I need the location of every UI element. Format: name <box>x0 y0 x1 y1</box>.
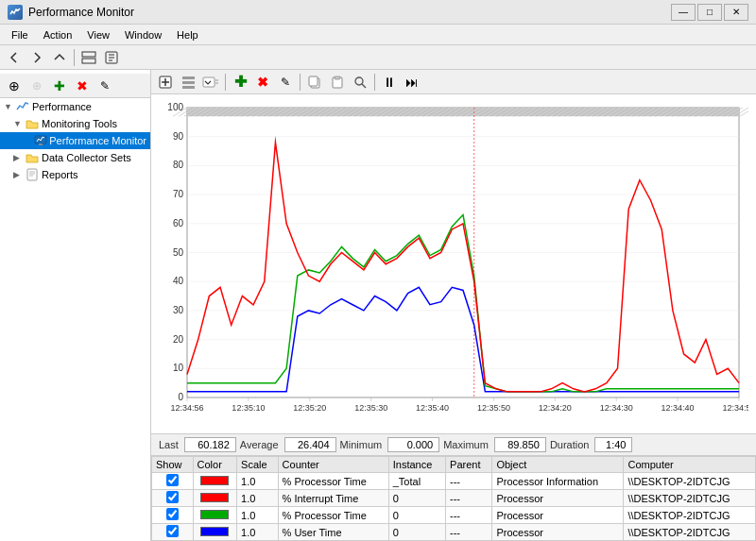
tree-item-label: Monitoring Tools <box>42 118 117 129</box>
performance-icon <box>15 100 30 113</box>
tree-item-data-collector[interactable]: ▶ Data Collector Sets <box>0 149 150 166</box>
menu-help[interactable]: Help <box>169 27 206 42</box>
row-color <box>193 507 237 524</box>
reports-icon <box>25 168 40 181</box>
row-scale: 1.0 <box>237 490 279 507</box>
chart-btn-new[interactable] <box>155 73 176 92</box>
min-value: 0.000 <box>387 437 439 452</box>
show-checkbox[interactable] <box>166 508 179 520</box>
chart-btn-copy[interactable] <box>304 73 325 92</box>
duration-label: Duration <box>550 439 590 450</box>
close-button[interactable]: ✕ <box>724 4 748 21</box>
row-computer: \\DESKTOP-2IDTCJG <box>624 473 756 490</box>
chart-btn-dropdown[interactable] <box>200 73 221 92</box>
chart-btn-stop[interactable]: ⏭ <box>402 73 422 92</box>
menu-action[interactable]: Action <box>36 27 80 42</box>
collector-icon <box>25 151 40 164</box>
toolbar-properties-btn[interactable] <box>101 48 122 67</box>
table-row[interactable]: 1.0 % Processor Time _Total --- Processo… <box>152 473 756 490</box>
tree-item-label: Performance Monitor <box>49 135 146 146</box>
toolbar-back-btn[interactable] <box>4 48 25 67</box>
show-checkbox[interactable] <box>166 474 179 486</box>
row-color <box>193 490 237 507</box>
row-scale: 1.0 <box>237 507 279 524</box>
chart-area <box>151 94 756 433</box>
chart-btn-add[interactable]: ✚ <box>230 73 250 92</box>
col-parent: Parent <box>446 457 492 473</box>
toolbar-sep-1 <box>74 49 75 66</box>
svg-rect-24 <box>335 76 340 79</box>
menu-view[interactable]: View <box>79 27 117 42</box>
chart-sep-2 <box>300 74 301 91</box>
menu-window[interactable]: Window <box>117 27 169 42</box>
tree-btn-del[interactable]: ✖ <box>72 76 93 95</box>
app-icon <box>8 5 23 20</box>
minimize-button[interactable]: — <box>671 4 696 21</box>
row-show <box>152 507 194 524</box>
toolbar-1 <box>0 45 756 70</box>
chart-btn-paste[interactable] <box>327 73 348 92</box>
right-panel: ✚ ✖ ✎ ⏸ ⏭ Last 60.182 Average <box>151 70 756 541</box>
last-label: Last <box>159 439 179 450</box>
col-computer: Computer <box>624 457 756 473</box>
row-parent: --- <box>446 507 492 524</box>
svg-rect-17 <box>182 86 195 89</box>
col-counter: Counter <box>278 457 388 473</box>
toolbar-show-hide-btn[interactable] <box>78 48 99 67</box>
chart-btn-edit[interactable]: ✎ <box>275 73 296 92</box>
tree-btn-2[interactable]: ⊕ <box>26 76 47 95</box>
tree-item-label: Reports <box>42 169 78 180</box>
table-row[interactable]: 1.0 % User Time 0 --- Processor \\DESKTO… <box>152 524 756 541</box>
row-scale: 1.0 <box>237 473 279 490</box>
menu-bar: File Action View Window Help <box>0 25 756 45</box>
tree-item-monitoring-tools[interactable]: ▼ Monitoring Tools <box>0 115 150 132</box>
chart-btn-list[interactable] <box>178 73 198 92</box>
duration-value: 1:40 <box>594 437 632 452</box>
row-scale: 1.0 <box>237 524 279 541</box>
chart-btn-find[interactable] <box>350 73 370 92</box>
max-value: 89.850 <box>494 437 546 452</box>
tree-item-performance[interactable]: ▼ Performance <box>0 98 150 115</box>
svg-rect-16 <box>182 81 195 84</box>
tree-btn-1[interactable]: ⊕ <box>4 76 25 95</box>
row-object: Processor <box>492 490 624 507</box>
svg-rect-8 <box>27 169 37 180</box>
svg-point-25 <box>355 77 363 85</box>
chart-btn-pause[interactable]: ⏸ <box>379 73 400 92</box>
show-checkbox[interactable] <box>166 491 179 503</box>
tree-item-label: Performance <box>32 101 92 112</box>
left-panel: ⊕ ⊕ ✚ ✖ ✎ ▼ Performance ▼ Monitoring Too… <box>0 70 151 541</box>
tree-btn-add[interactable]: ✚ <box>49 76 70 95</box>
title-bar: Performance Monitor — □ ✕ <box>0 0 756 25</box>
table-row[interactable]: 1.0 % Interrupt Time 0 --- Processor \\D… <box>152 490 756 507</box>
tree-item-performance-monitor[interactable]: Performance Monitor <box>0 132 150 149</box>
row-instance: 0 <box>388 490 445 507</box>
col-scale: Scale <box>237 457 279 473</box>
row-instance: 0 <box>388 524 445 541</box>
toolbar-up-btn[interactable] <box>49 48 70 67</box>
show-checkbox[interactable] <box>166 525 179 537</box>
row-computer: \\DESKTOP-2IDTCJG <box>624 524 756 541</box>
last-value: 60.182 <box>184 437 236 452</box>
tree-btn-edit[interactable]: ✎ <box>94 76 115 95</box>
expand-icon: ▶ <box>13 153 23 162</box>
avg-value: 26.404 <box>284 437 336 452</box>
chart-toolbar: ✚ ✖ ✎ ⏸ ⏭ <box>151 70 756 94</box>
avg-label: Average <box>240 439 279 450</box>
menu-file[interactable]: File <box>4 27 36 42</box>
table-row[interactable]: 1.0 % Processor Time 0 --- Processor \\D… <box>152 507 756 524</box>
svg-line-26 <box>362 84 366 88</box>
performance-chart <box>159 100 748 428</box>
row-counter: % Interrupt Time <box>278 490 388 507</box>
tree-item-reports[interactable]: ▶ Reports <box>0 166 150 183</box>
expand-icon <box>25 136 32 145</box>
monitor-icon <box>34 134 47 147</box>
row-show <box>152 524 194 541</box>
svg-rect-15 <box>182 76 195 79</box>
col-object: Object <box>492 457 624 473</box>
maximize-button[interactable]: □ <box>697 4 722 21</box>
app-body: ⊕ ⊕ ✚ ✖ ✎ ▼ Performance ▼ Monitoring Too… <box>0 70 756 541</box>
chart-btn-del[interactable]: ✖ <box>252 73 273 92</box>
toolbar-forward-btn[interactable] <box>26 48 47 67</box>
svg-rect-0 <box>82 52 95 57</box>
